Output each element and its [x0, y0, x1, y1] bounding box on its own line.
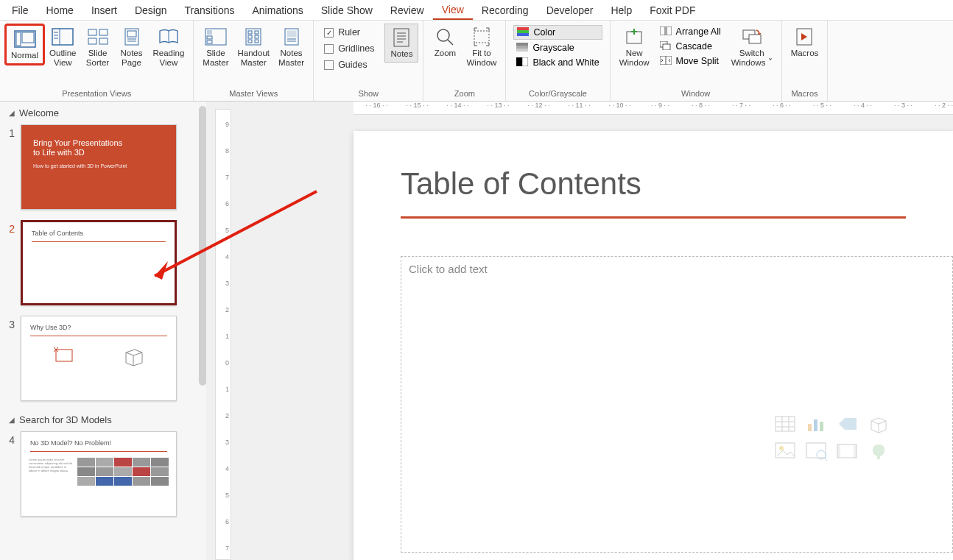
ribbon: Normal Outline View Slide Sorter Notes P… [0, 21, 953, 102]
insert-smartart-icon[interactable] [836, 415, 859, 434]
guides-checkbox[interactable]: Guides [321, 57, 377, 72]
notes-master-button[interactable]: Notes Master [274, 24, 309, 71]
svg-rect-66 [808, 424, 812, 431]
color-button[interactable]: Color [513, 25, 602, 40]
normal-view-button[interactable]: Normal [4, 24, 45, 65]
handout-master-label: Handout Master [238, 49, 270, 68]
svg-rect-1 [16, 32, 21, 46]
insert-icon-icon[interactable] [867, 442, 890, 461]
slide-master-button[interactable]: Slide Master [198, 24, 233, 71]
cascade-icon [660, 41, 672, 52]
slide-thumbnail-panel: ◢Welcome 1 Bring Your Presentations to L… [0, 102, 206, 560]
split-icon [660, 56, 672, 66]
thumb-number: 3 [4, 316, 15, 330]
menu-help[interactable]: Help [602, 1, 641, 19]
insert-table-icon[interactable] [774, 415, 798, 434]
insert-3d-icon[interactable] [867, 415, 890, 434]
slide-thumbnail-3[interactable]: Why Use 3D? [21, 316, 177, 401]
menu-developer[interactable]: Developer [538, 1, 602, 19]
normal-view-icon [13, 29, 37, 49]
menu-design[interactable]: Design [126, 1, 176, 19]
content-placeholder[interactable]: Click to add text [401, 256, 953, 553]
insert-picture-icon[interactable] [774, 442, 798, 461]
svg-rect-44 [516, 46, 528, 49]
black-white-button[interactable]: Black and White [513, 56, 602, 69]
thumb-row-1: 1 Bring Your Presentations to Life with … [0, 121, 206, 217]
menu-file[interactable]: File [3, 1, 38, 19]
color-icon [517, 27, 529, 38]
grayscale-label: Grayscale [532, 43, 574, 53]
slide-sorter-icon [86, 26, 110, 47]
checkbox-checked-icon: ✓ [324, 28, 334, 38]
svg-rect-75 [837, 444, 840, 458]
menu-transitions[interactable]: Transitions [176, 1, 244, 19]
menu-review[interactable]: Review [381, 1, 433, 19]
grayscale-button[interactable]: Grayscale [513, 41, 602, 54]
thumbnail-scrollbar[interactable] [199, 106, 206, 386]
insert-chart-icon[interactable] [805, 415, 829, 434]
arrange-all-button[interactable]: Arrange All [657, 25, 724, 38]
switch-windows-button[interactable]: Switch Windows ˅ [727, 24, 777, 71]
notes-master-label: Notes Master [278, 49, 304, 68]
insert-online-picture-icon[interactable] [805, 442, 829, 461]
grayscale-icon [516, 43, 528, 53]
svg-rect-67 [814, 419, 817, 431]
notes-page-button[interactable]: Notes Page [115, 24, 149, 71]
group-show-label: Show [318, 88, 418, 99]
insert-video-icon[interactable] [836, 442, 859, 461]
slide-thumbnail-4[interactable]: No 3D Model? No Problem! Lorem ipsum dol… [21, 431, 177, 517]
normal-view-label: Normal [11, 51, 38, 60]
group-zoom-label: Zoom [428, 88, 501, 99]
switch-windows-icon [740, 26, 764, 47]
slide-title[interactable]: Table of Contents [354, 131, 953, 208]
svg-rect-25 [255, 35, 259, 38]
macros-icon [792, 26, 816, 47]
slide-thumbnail-1[interactable]: Bring Your Presentations to Life with 3D… [21, 124, 177, 210]
color-label: Color [533, 27, 555, 38]
section-welcome[interactable]: ◢Welcome [0, 102, 206, 121]
section-search3d[interactable]: ◢Search for 3D Models [0, 408, 206, 428]
svg-rect-29 [287, 31, 296, 37]
move-split-button[interactable]: Move Split [657, 54, 724, 68]
notes-button[interactable]: Notes [384, 24, 418, 63]
macros-button[interactable]: Macros [787, 24, 823, 61]
new-window-icon [622, 26, 646, 47]
svg-rect-11 [99, 38, 108, 44]
arrange-icon [660, 26, 672, 37]
zoom-button[interactable]: Zoom [428, 24, 462, 61]
checkbox-icon [324, 60, 334, 70]
svg-rect-45 [516, 49, 528, 52]
menu-slideshow[interactable]: Slide Show [312, 1, 381, 19]
handout-master-button[interactable]: Handout Master [233, 24, 274, 71]
bw-icon [516, 57, 528, 68]
slide-thumbnail-2[interactable]: Table of Contents [21, 220, 177, 305]
svg-rect-22 [248, 31, 252, 34]
reading-view-button[interactable]: Reading View [149, 24, 189, 71]
guides-label: Guides [338, 60, 368, 70]
thumb-row-3: 3 Why Use 3D? [0, 313, 206, 408]
menu-view[interactable]: View [433, 1, 473, 20]
ruler-label: Ruler [338, 27, 360, 38]
menu-foxit[interactable]: Foxit PDF [641, 1, 704, 19]
menu-home[interactable]: Home [38, 1, 82, 19]
outline-view-button[interactable]: Outline View [45, 24, 80, 71]
fit-to-window-button[interactable]: Fit to Window [462, 24, 501, 71]
slide-sorter-button[interactable]: Slide Sorter [81, 24, 115, 71]
macros-label: Macros [791, 49, 819, 58]
svg-rect-47 [522, 57, 528, 66]
menu-recording[interactable]: Recording [473, 1, 538, 19]
cascade-label: Cascade [676, 41, 712, 52]
ruler-checkbox[interactable]: ✓Ruler [321, 25, 377, 40]
gridlines-checkbox[interactable]: Gridlines [321, 41, 377, 56]
group-color-grayscale: Color Grayscale Black and White Color/Gr… [506, 21, 610, 101]
svg-point-37 [437, 29, 449, 41]
new-window-button[interactable]: New Window [615, 24, 654, 71]
new-window-label: New Window [619, 49, 650, 68]
fit-window-label: Fit to Window [466, 49, 496, 68]
menu-insert[interactable]: Insert [82, 1, 126, 19]
cascade-button[interactable]: Cascade [657, 40, 724, 53]
svg-rect-40 [517, 27, 529, 30]
menu-animations[interactable]: Animations [243, 1, 312, 19]
svg-rect-61 [776, 417, 795, 431]
slide-canvas[interactable]: Table of Contents Click to add text [354, 131, 953, 560]
